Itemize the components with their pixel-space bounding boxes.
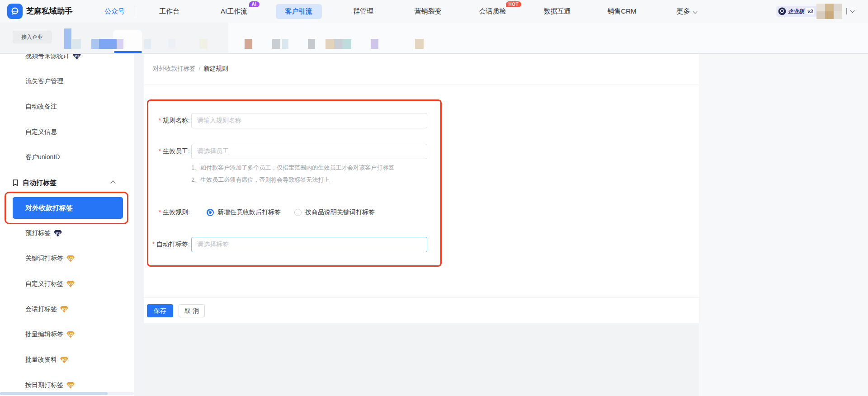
masked-company-tab[interactable] xyxy=(144,39,151,49)
chevron-up-icon[interactable] xyxy=(110,180,115,185)
page-background xyxy=(144,323,699,396)
sidebar-item-label: 客户unionID xyxy=(25,153,60,161)
masked-company-tab[interactable] xyxy=(117,39,123,49)
breadcrumb-separator: / xyxy=(199,65,201,72)
masked-company-tab[interactable] xyxy=(334,39,342,49)
sidebar-menu: 视频号来源统计V3流失客户管理自动改备注自定义信息客户unionID自动打标签对… xyxy=(0,54,134,396)
avatar[interactable] xyxy=(816,4,842,19)
top-navbar: 芝麻私域助手 公众号 工作台AI工作流AI客户引流群管理营销裂变会话质检HOT数… xyxy=(0,0,868,23)
sidebar-item-3[interactable]: 自动改备注 xyxy=(0,94,134,119)
required-mark: * xyxy=(159,208,161,216)
cancel-button[interactable]: 取 消 xyxy=(179,304,205,317)
form-row-rule-name: *规则名称: 请输入规则名称 xyxy=(148,113,427,128)
channel-link[interactable]: 公众号 xyxy=(104,0,125,23)
rule-name-input[interactable]: 请输入规则名称 xyxy=(191,113,427,128)
sidebar-item-10[interactable]: 自定义打标签V2 xyxy=(0,271,134,297)
sidebar-item-label: 关键词打标签 xyxy=(25,255,63,263)
auto-tag-select[interactable]: 请选择标签 xyxy=(191,237,427,252)
nav-tab-2[interactable]: AI工作流AI xyxy=(202,0,266,23)
masked-company-tab[interactable] xyxy=(72,39,81,49)
version-badge-v3: V3 xyxy=(54,230,62,237)
required-mark: * xyxy=(159,117,161,124)
nav-tab-8[interactable]: 销售CRM xyxy=(590,0,654,23)
sidebar-item-5[interactable]: 客户unionID xyxy=(0,145,134,170)
sidebar-item-7[interactable]: 对外收款打标签 xyxy=(0,195,134,221)
version-badge-v2: V2 xyxy=(66,255,75,262)
masked-company-tab[interactable] xyxy=(308,39,315,49)
masked-company-tab[interactable] xyxy=(199,39,208,49)
bookmark-icon xyxy=(12,179,19,186)
avatar-mosaic-cell xyxy=(825,4,834,11)
radio-unselected-icon[interactable] xyxy=(294,209,302,216)
sidebar-item-label: 批量改资料 xyxy=(25,356,57,364)
sidebar-item-8[interactable]: 预打标签V3 xyxy=(0,221,134,246)
masked-company-tab[interactable] xyxy=(91,39,99,49)
radio-option-2-label[interactable]: 按商品说明关键词打标签 xyxy=(305,208,375,217)
content-card: 对外收款打标签/新建规则 *规则名称: 请输入规则名称 *生效员工: 请选择员工… xyxy=(144,54,699,323)
scrollbar-thumb[interactable] xyxy=(0,392,108,395)
form-row-auto-tag: *自动打标签: 请选择标签 xyxy=(148,237,427,252)
sidebar-item-4[interactable]: 自定义信息 xyxy=(0,119,134,145)
rule-name-label: *规则名称: xyxy=(148,117,190,125)
form-footer: 保存 取 消 xyxy=(144,297,699,323)
sidebar-item-9[interactable]: 关键词打标签V2 xyxy=(0,246,134,271)
version-badge-v2: V2 xyxy=(66,382,75,389)
connect-company-button[interactable]: 接入企业 xyxy=(13,31,52,43)
sidebar-item-label: 视频号来源统计 xyxy=(25,54,70,60)
masked-company-tab[interactable] xyxy=(99,39,117,49)
sidebar-item-label: 自动改备注 xyxy=(25,103,57,111)
nav-tab-3[interactable]: 客户引流 xyxy=(266,0,331,23)
brand-title[interactable]: 芝麻私域助手 xyxy=(26,0,72,23)
sidebar-item-2[interactable]: 流失客户管理 xyxy=(0,69,134,94)
nav-tab-6[interactable]: 会话质检HOT xyxy=(460,0,525,23)
masked-company-tab[interactable] xyxy=(326,39,334,49)
nav-tab-label: 工作台 xyxy=(159,7,179,16)
version-badge-v2: V2 xyxy=(66,281,75,288)
sidebar-item-11[interactable]: 会话打标签V2 xyxy=(0,297,134,322)
horizontal-scrollbar[interactable] xyxy=(0,392,134,395)
masked-company-tab[interactable] xyxy=(64,28,71,49)
nav-tab-4[interactable]: 群管理 xyxy=(331,0,396,23)
masked-company-tab[interactable] xyxy=(168,39,175,49)
edition-label: 企业版 xyxy=(788,8,804,15)
nav-tab-7[interactable]: 数据互通 xyxy=(525,0,590,23)
sidebar-item-1[interactable]: 视频号来源统计V3 xyxy=(0,54,134,69)
sidebar-selected-item[interactable]: 对外收款打标签 xyxy=(13,197,123,219)
sidebar-item-label: 自动打标签 xyxy=(23,179,57,187)
account-divider xyxy=(846,8,847,14)
breadcrumb-parent[interactable]: 对外收款打标签 xyxy=(153,65,196,72)
sidebar-item-6[interactable]: 自动打标签 xyxy=(0,170,134,195)
account-chevron-icon[interactable] xyxy=(850,9,855,13)
nav-tab-label: 数据互通 xyxy=(544,7,571,16)
masked-company-tab[interactable] xyxy=(282,39,288,49)
nav-tab-5[interactable]: 营销裂变 xyxy=(396,0,460,23)
form-row-effective-rule: *生效规则: 新增任意收款后打标签 按商品说明关键词打标签 xyxy=(148,208,375,217)
sidebar-item-13[interactable]: 批量改资料V2 xyxy=(0,347,134,372)
masked-company-tab[interactable] xyxy=(415,39,424,49)
effective-staff-select[interactable]: 请选择员工 xyxy=(191,144,427,159)
masked-company-tab[interactable] xyxy=(245,39,252,49)
masked-company-tab[interactable] xyxy=(371,39,378,49)
radio-selected-icon[interactable] xyxy=(207,209,214,216)
masked-company-tab[interactable] xyxy=(342,39,351,49)
app-logo-icon[interactable] xyxy=(7,4,23,19)
app-root: 芝麻私域助手 公众号 工作台AI工作流AI客户引流群管理营销裂变会话质检HOT数… xyxy=(0,0,868,396)
nav-tab-9[interactable]: 更多 xyxy=(654,0,719,23)
avatar-mosaic-cell xyxy=(834,11,842,19)
company-tabs-bar: 接入企业 xyxy=(0,23,868,53)
sidebar-item-12[interactable]: 批量编辑标签V2 xyxy=(0,322,134,347)
effective-rule-label: *生效规则: xyxy=(148,208,190,217)
nav-tab-label: 销售CRM xyxy=(607,7,636,16)
card-divider xyxy=(144,85,699,85)
version-badge-v2: V2 xyxy=(66,331,75,338)
hot-badge: HOT xyxy=(506,1,522,7)
rule-name-placeholder: 请输入规则名称 xyxy=(197,117,241,125)
nav-tab-label: 客户引流 xyxy=(276,4,322,19)
radio-option-1-label[interactable]: 新增任意收款后打标签 xyxy=(217,208,281,217)
sidebar-item-label: 对外收款打标签 xyxy=(25,204,73,212)
nav-tab-1[interactable]: 工作台 xyxy=(137,0,202,23)
save-button[interactable]: 保存 xyxy=(147,304,173,317)
avatar-mosaic-cell xyxy=(834,4,842,11)
sidebar-item-label: 会话打标签 xyxy=(25,305,57,313)
masked-company-tab[interactable] xyxy=(272,39,280,49)
